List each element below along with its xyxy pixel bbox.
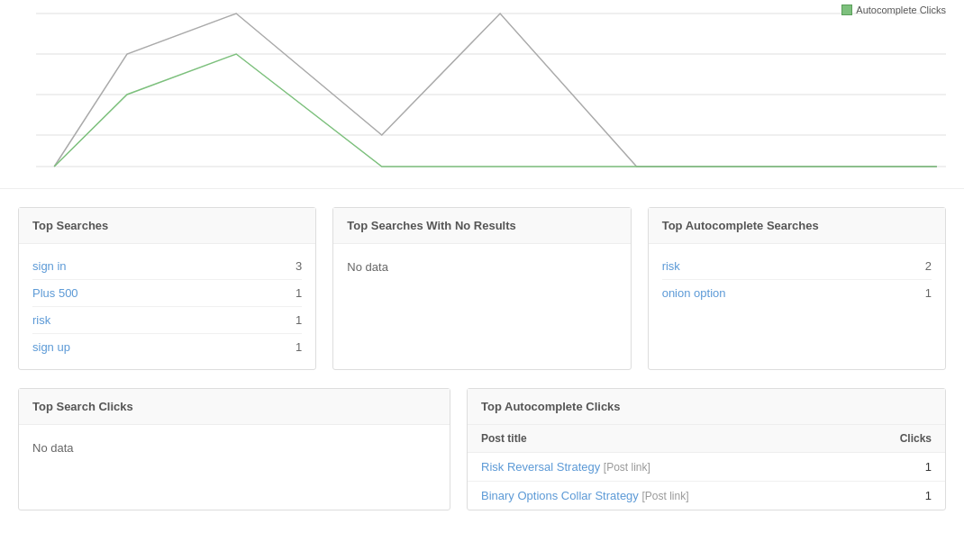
- list-item: sign in 3: [32, 253, 302, 280]
- top-search-clicks-card: Top Search Clicks No data: [18, 388, 450, 510]
- top-autocomplete-body: risk 2 onion option 1: [649, 244, 945, 315]
- top-searches-no-results-title: Top Searches With No Results: [333, 208, 630, 244]
- top-search-clicks-body: No data: [19, 425, 450, 471]
- autocomplete-clicks-header: Post title Clicks: [468, 425, 945, 453]
- post-link-risk: Risk Reversal Strategy [Post link]: [481, 460, 650, 474]
- top-search-clicks-title: Top Search Clicks: [19, 389, 450, 425]
- autocomplete-count-onion: 1: [925, 286, 932, 300]
- post-link-risk-anchor[interactable]: Risk Reversal Strategy: [481, 460, 600, 474]
- list-item: onion option 1: [662, 280, 932, 306]
- chart-area: Autocomplete Clicks 4 3 2 1 0 5/11 5/14 …: [0, 0, 964, 189]
- top-autocomplete-clicks-card: Top Autocomplete Clicks Post title Click…: [467, 388, 946, 510]
- top-autocomplete-title: Top Autocomplete Searches: [649, 208, 945, 244]
- top-searches-no-results-body: No data: [333, 244, 630, 290]
- search-count-risk: 1: [296, 313, 302, 327]
- top-autocomplete-searches-card: Top Autocomplete Searches risk 2 onion o…: [648, 207, 946, 370]
- no-data-label: No data: [347, 253, 616, 281]
- table-row: Binary Options Collar Strategy [Post lin…: [468, 482, 945, 510]
- autocomplete-count-risk: 2: [925, 259, 932, 273]
- list-item: risk 1: [32, 307, 302, 334]
- top-searches-no-results-card: Top Searches With No Results No data: [332, 207, 631, 370]
- list-item: Plus 500 1: [32, 280, 302, 307]
- post-link-binary-anchor[interactable]: Binary Options Collar Strategy: [481, 489, 639, 502]
- list-item: sign up 1: [32, 334, 302, 360]
- legend-color-autocomplete: [841, 5, 852, 15]
- post-clicks-binary: 1: [925, 489, 932, 502]
- search-count-sign-in: 3: [296, 259, 302, 273]
- autocomplete-item-onion[interactable]: onion option: [662, 286, 726, 300]
- search-item-plus500[interactable]: Plus 500: [32, 286, 78, 300]
- search-item-sign-in[interactable]: sign in: [32, 259, 67, 273]
- search-count-sign-up: 1: [296, 340, 302, 354]
- cards-row-bottom: Top Search Clicks No data Top Autocomple…: [0, 379, 964, 528]
- search-item-sign-up[interactable]: sign up: [32, 340, 70, 354]
- list-item: risk 2: [662, 253, 932, 280]
- search-clicks-no-data: No data: [32, 434, 436, 462]
- top-searches-body: sign in 3 Plus 500 1 risk 1 sign up 1: [19, 244, 315, 369]
- autocomplete-item-risk[interactable]: risk: [662, 259, 680, 273]
- search-count-plus500: 1: [296, 286, 302, 300]
- cards-row-top: Top Searches sign in 3 Plus 500 1 risk 1…: [0, 189, 964, 379]
- col-post-title: Post title: [481, 432, 527, 445]
- post-link-binary-tag: [Post link]: [641, 490, 688, 502]
- chart-legend: Autocomplete Clicks: [841, 5, 946, 15]
- top-searches-title: Top Searches: [19, 208, 315, 244]
- top-autocomplete-clicks-title: Top Autocomplete Clicks: [468, 389, 945, 425]
- post-link-binary: Binary Options Collar Strategy [Post lin…: [481, 489, 689, 502]
- legend-label-autocomplete: Autocomplete Clicks: [856, 5, 946, 15]
- post-link-risk-tag: [Post link]: [604, 461, 650, 474]
- top-searches-card: Top Searches sign in 3 Plus 500 1 risk 1…: [18, 207, 316, 370]
- col-clicks: Clicks: [900, 432, 932, 445]
- search-item-risk[interactable]: risk: [32, 313, 50, 327]
- table-row: Risk Reversal Strategy [Post link] 1: [468, 453, 945, 482]
- post-clicks-risk: 1: [925, 460, 932, 474]
- chart-svg: 4 3 2 1 0 5/11 5/14 5/17: [36, 9, 946, 176]
